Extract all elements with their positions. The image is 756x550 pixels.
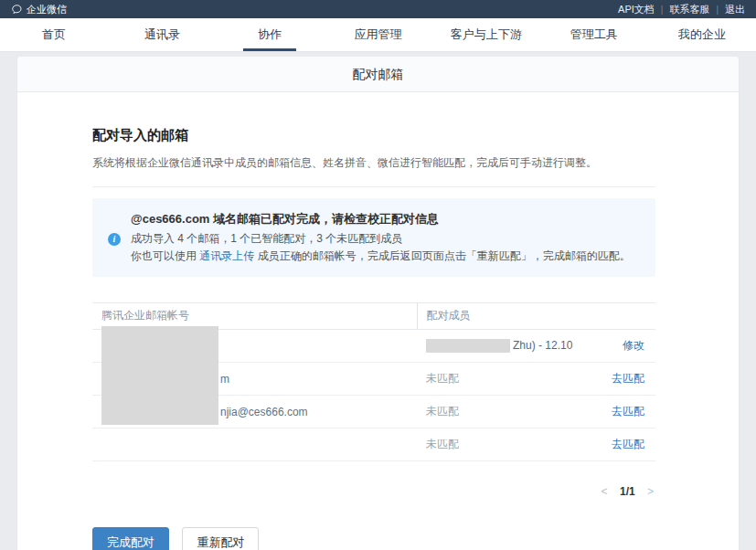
contact-support-link[interactable]: 联系客服	[669, 3, 709, 16]
action-cell: 修改	[582, 330, 655, 363]
member-cell: Zhu) - 12.10	[417, 330, 582, 363]
tab-contacts[interactable]: 通讯录	[108, 18, 216, 51]
card-body: 配对导入的邮箱 系统将根据企业微信通讯录中成员的邮箱信息、姓名拼音、微信进行智能…	[17, 92, 739, 550]
notice-summary: 成功导入 4 个邮箱，1 个已智能配对，3 个未匹配到成员	[131, 230, 639, 248]
table-row: njia@ces666.com 未匹配 去匹配	[92, 396, 655, 428]
pairing-table-wrap: 腾讯企业邮箱帐号 配对成员 Zhu) - 12.10 修改 m 未匹配 去匹配	[92, 302, 655, 461]
action-cell: 去匹配	[582, 428, 655, 461]
separator: |	[661, 5, 664, 15]
tab-app-management[interactable]: 应用管理	[324, 18, 431, 51]
go-match-link[interactable]: 去匹配	[612, 372, 644, 385]
go-match-link[interactable]: 去匹配	[612, 405, 644, 418]
tab-my-company[interactable]: 我的企业	[648, 18, 756, 51]
notice-hint: 你也可以使用 通讯录上传 成员正确的邮箱帐号，完成后返回页面点击「重新匹配」，完…	[131, 248, 639, 265]
table-row: 未匹配 去匹配	[92, 428, 655, 461]
column-header-member: 配对成员	[417, 303, 655, 330]
pagination: < 1/1 >	[92, 485, 655, 498]
action-cell: 去匹配	[582, 396, 655, 428]
email-cell: m	[92, 363, 417, 396]
action-buttons: 完成配对 重新配对	[92, 527, 655, 550]
email-visible-text: m	[220, 373, 229, 386]
tab-home[interactable]: 首页	[0, 18, 108, 51]
pairing-card: 配对邮箱 配对导入的邮箱 系统将根据企业微信通讯录中成员的邮箱信息、姓名拼音、微…	[17, 57, 739, 550]
page-title: 配对邮箱	[17, 57, 739, 92]
topbar-links: API文档 | 联系客服 | 退出	[618, 3, 745, 16]
member-redaction-block	[426, 339, 510, 353]
go-match-link[interactable]: 去匹配	[612, 438, 644, 450]
prev-page-arrow[interactable]: <	[602, 485, 608, 498]
tab-admin-tools[interactable]: 管理工具	[540, 18, 648, 51]
member-visible-text: Zhu) - 12.10	[513, 339, 572, 352]
tab-customers[interactable]: 客户与上下游	[432, 18, 540, 51]
modify-link[interactable]: 修改	[623, 339, 644, 352]
info-icon: i	[108, 233, 121, 246]
pairing-table: 腾讯企业邮箱帐号 配对成员 Zhu) - 12.10 修改 m 未匹配 去匹配	[92, 302, 655, 461]
email-cell: njia@ces666.com	[92, 396, 417, 428]
api-docs-link[interactable]: API文档	[618, 3, 655, 16]
email-cell	[92, 428, 417, 461]
next-page-arrow[interactable]: >	[647, 485, 654, 498]
member-cell: 未匹配	[417, 363, 582, 396]
brand: 企业微信	[11, 3, 67, 16]
page-indicator: 1/1	[620, 485, 635, 498]
notice-title: @ces666.com 域名邮箱已配对完成，请检查校正配对信息	[131, 210, 639, 227]
brand-name: 企业微信	[27, 3, 67, 16]
email-cell	[92, 330, 417, 363]
action-cell: 去匹配	[582, 363, 655, 396]
topbar: 企业微信 API文档 | 联系客服 | 退出	[0, 0, 756, 18]
email-visible-text: njia@ces666.com	[220, 406, 308, 418]
section-description: 系统将根据企业微信通讯录中成员的邮箱信息、姓名拼音、微信进行智能匹配，完成后可手…	[92, 155, 655, 171]
section-heading: 配对导入的邮箱	[92, 127, 655, 144]
member-cell: 未匹配	[417, 428, 582, 461]
contacts-upload-link[interactable]: 通讯录上传	[199, 249, 254, 262]
complete-pairing-button[interactable]: 完成配对	[92, 527, 169, 550]
table-row: Zhu) - 12.10 修改	[92, 330, 655, 363]
table-row: m 未匹配 去匹配	[92, 363, 655, 396]
pairing-result-notice: i @ces666.com 域名邮箱已配对完成，请检查校正配对信息 成功导入 4…	[92, 198, 655, 277]
logout-link[interactable]: 退出	[725, 3, 745, 16]
notice-hint-suffix: 成员正确的邮箱帐号，完成后返回页面点击「重新匹配」，完成邮箱的匹配。	[254, 249, 630, 262]
main-nav: 首页 通讯录 协作 应用管理 客户与上下游 管理工具 我的企业	[0, 18, 756, 52]
notice-hint-prefix: 你也可以使用	[131, 249, 199, 262]
separator: |	[716, 5, 719, 15]
divider	[92, 186, 655, 187]
wecom-bubble-icon	[11, 4, 23, 16]
member-cell: 未匹配	[417, 396, 582, 428]
re-pair-button[interactable]: 重新配对	[182, 527, 259, 550]
column-header-email: 腾讯企业邮箱帐号	[92, 303, 417, 330]
tab-collaboration[interactable]: 协作	[216, 18, 324, 51]
table-header-row: 腾讯企业邮箱帐号 配对成员	[92, 303, 655, 330]
